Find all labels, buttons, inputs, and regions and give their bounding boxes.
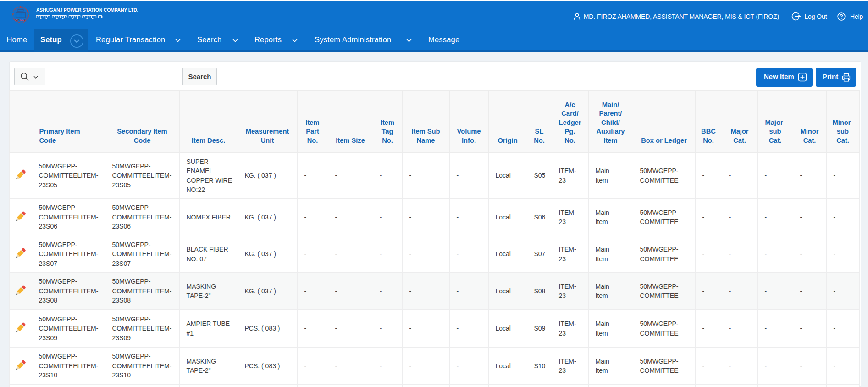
svg-text:APSCL: APSCL bbox=[15, 18, 26, 21]
